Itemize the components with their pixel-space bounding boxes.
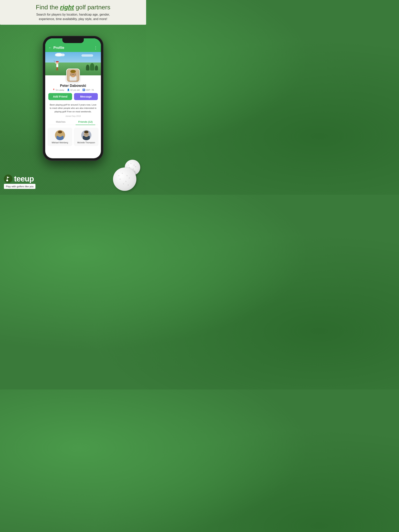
tab-matches[interactable]: Matches	[48, 119, 73, 125]
age-meta: 👤 42 yrs old	[67, 89, 80, 91]
profile-avatar-section	[45, 69, 101, 82]
golf-icon: ♿	[82, 89, 85, 91]
friend-name-1: Mikhael Weinberg	[49, 141, 71, 144]
bottom-branding: teeup Play with golfers like you	[4, 174, 35, 189]
avatar-image	[67, 69, 79, 82]
profile-tabs: Matches Friends (12)	[48, 119, 98, 125]
back-button[interactable]: ←	[48, 46, 52, 50]
profile-avatar	[66, 69, 80, 82]
header-title: Find the right golf partners	[6, 4, 140, 11]
teeup-flag-icon	[6, 176, 11, 181]
location-icon: 📍	[52, 89, 55, 91]
ball-dimples-large	[113, 167, 136, 191]
phone-screen: ← Profile ⋮	[45, 38, 101, 158]
more-options-button[interactable]: ⋮	[94, 45, 98, 50]
add-friend-button[interactable]: Add Friend	[48, 93, 72, 100]
friends-grid: Mikhael Weinberg	[45, 125, 101, 149]
header-subtitle: Search for players by location, handicap…	[6, 13, 140, 21]
svg-rect-7	[56, 61, 58, 62]
profile-bio: Been playing golf for around 3 years now…	[45, 102, 101, 114]
distance-value: 5m away	[56, 89, 64, 91]
message-button[interactable]: Message	[74, 93, 98, 100]
svg-point-18	[58, 131, 62, 133]
brand-icon-circle	[4, 174, 13, 183]
hdp-meta: ♿ HDP: 78	[82, 89, 94, 91]
friend-avatar-2	[81, 130, 91, 140]
cloud-3	[81, 54, 93, 57]
phone-outer-shell: ← Profile ⋮	[43, 36, 103, 161]
brand-tagline-text: Play with golfers like you	[6, 185, 33, 188]
friend-avatar-1	[55, 130, 65, 140]
profile-name: Peter Dabowski	[48, 84, 98, 88]
action-buttons-section: Add Friend Message	[45, 93, 101, 102]
friend-name-2: Michelle Thompson	[75, 141, 97, 144]
friend-card-2[interactable]: Michelle Thompson	[74, 128, 99, 146]
svg-point-11	[70, 70, 76, 73]
phone-device: ← Profile ⋮	[43, 36, 103, 161]
golf-ball-large	[113, 167, 136, 191]
profile-joined-date: Joined Sep 2018	[45, 114, 101, 119]
header-title-right: right	[60, 4, 74, 11]
friend-card-1[interactable]: Mikhael Weinberg	[48, 128, 72, 146]
svg-marker-28	[7, 177, 10, 178]
phone-notch	[62, 38, 84, 43]
distance-meta: 📍 5m away	[52, 89, 64, 91]
tab-friends[interactable]: Friends (12)	[73, 119, 98, 125]
brand-logo: teeup	[4, 174, 35, 183]
hdp-value: HDP: 78	[86, 89, 94, 91]
profile-info-section: Peter Dabowski 📍 5m away 👤 42 yrs old ♿ …	[45, 82, 101, 91]
app-screen-title: Profile	[53, 46, 94, 50]
svg-line-4	[54, 60, 55, 62]
person-icon: 👤	[67, 89, 70, 91]
cloud-2	[56, 53, 62, 57]
header-banner: Find the right golf partners Search for …	[0, 0, 146, 25]
age-value: 42 yrs old	[70, 89, 80, 91]
brand-tagline-box: Play with golfers like you	[4, 184, 35, 189]
brand-name-text: teeup	[14, 175, 34, 183]
profile-meta: 📍 5m away 👤 42 yrs old ♿ HDP: 78	[48, 89, 98, 91]
svg-point-22	[84, 131, 89, 133]
